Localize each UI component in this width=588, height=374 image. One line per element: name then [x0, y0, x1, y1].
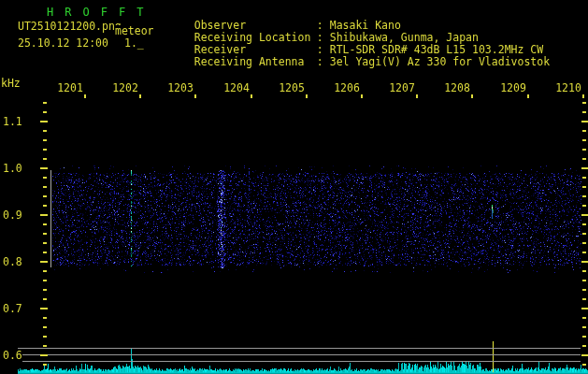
y-tick-label: 1.0 — [3, 163, 22, 175]
y-tick-minor-left — [43, 364, 47, 366]
y-tick-minor-right — [582, 270, 586, 272]
y-tick-minor-left — [43, 298, 47, 300]
y-tick-minor-right — [582, 102, 586, 104]
y-tick-minor-right — [582, 298, 586, 300]
x-tick-mark — [194, 94, 196, 98]
x-tick-label: 1205 — [278, 82, 306, 94]
minute-counter: 1._ — [124, 37, 144, 50]
reference-line — [18, 361, 581, 362]
capture-filename: UT2510121200.png — [18, 21, 122, 33]
y-tick-major-right — [581, 214, 588, 216]
x-tick-mark — [361, 94, 363, 98]
x-tick-mark — [139, 94, 141, 98]
y-tick-minor-left — [43, 252, 47, 253]
y-tick-minor-right — [582, 130, 586, 132]
reference-line — [18, 354, 581, 355]
y-tick-minor-left — [43, 186, 47, 188]
x-tick-label: 1202 — [111, 82, 139, 94]
y-tick-minor-left — [43, 130, 47, 132]
y-tick-major-left — [40, 354, 48, 356]
x-tick-label: 1204 — [222, 82, 251, 94]
y-tick-major-left — [40, 308, 48, 309]
info-value: 3el Yagi(V) Az 330 for Vladivostok — [330, 55, 550, 68]
y-tick-minor-right — [582, 186, 586, 188]
info-label: Receiving Antenna — [194, 55, 317, 68]
info-colon: : — [317, 55, 330, 68]
x-tick-mark — [527, 94, 529, 98]
y-tick-minor-left — [43, 205, 47, 207]
x-tick-label: 1209 — [499, 82, 527, 94]
y-tick-minor-left — [43, 326, 47, 328]
y-tick-label: 0.8 — [3, 256, 22, 268]
x-tick-mark — [84, 94, 86, 98]
y-tick-minor-left — [43, 336, 47, 338]
y-tick-major-right — [581, 121, 588, 122]
y-tick-minor-left — [43, 345, 47, 347]
info-row-antenna: Receiving Antenna:3el Yagi(V) Az 330 for… — [168, 42, 550, 81]
x-tick-label: 1203 — [166, 82, 194, 94]
y-tick-major-right — [581, 354, 588, 356]
y-tick-minor-left — [43, 223, 47, 225]
y-tick-minor-right — [582, 242, 586, 244]
y-tick-major-left — [40, 167, 48, 169]
y-tick-major-left — [40, 214, 48, 216]
y-tick-minor-right — [582, 149, 586, 151]
y-tick-minor-left — [43, 280, 47, 281]
y-axis-unit: kHz — [1, 78, 21, 90]
hrofft-window: H R O F F T UT2510121200.png meteor 25.1… — [0, 0, 588, 374]
y-tick-label: 0.9 — [3, 209, 22, 222]
x-tick-mark — [251, 94, 252, 98]
x-tick-label: 1201 — [56, 82, 84, 94]
app-title: H R O F F T — [47, 7, 146, 19]
x-tick-label: 1207 — [388, 82, 416, 94]
y-tick-major-right — [581, 167, 588, 169]
y-tick-major-right — [581, 308, 588, 309]
y-tick-minor-left — [43, 149, 47, 151]
y-tick-minor-right — [582, 252, 586, 253]
y-tick-minor-right — [582, 177, 586, 179]
x-tick-label: 1210 — [554, 82, 582, 94]
y-tick-minor-right — [582, 205, 586, 207]
x-tick-mark — [416, 94, 418, 98]
y-tick-minor-left — [43, 289, 47, 291]
spectrogram-left-edge-line — [50, 170, 51, 267]
y-tick-minor-right — [582, 364, 586, 366]
y-tick-minor-right — [582, 280, 586, 281]
date-time: 25.10.12 12:00 — [18, 37, 108, 50]
y-tick-major-right — [581, 261, 588, 263]
y-tick-minor-right — [582, 345, 586, 347]
y-tick-minor-left — [43, 158, 47, 160]
x-tick-label: 1206 — [333, 82, 361, 94]
reference-line — [18, 348, 581, 349]
y-tick-minor-right — [582, 233, 586, 235]
y-tick-minor-left — [43, 242, 47, 244]
y-tick-minor-left — [43, 139, 47, 141]
y-tick-label: 0.6 — [3, 350, 22, 362]
y-tick-label: 1.1 — [3, 116, 22, 128]
x-tick-mark — [306, 94, 308, 98]
y-tick-label: 0.7 — [3, 303, 22, 315]
y-tick-minor-right — [582, 111, 586, 113]
y-tick-minor-left — [43, 317, 47, 319]
y-tick-major-left — [40, 121, 48, 122]
y-tick-minor-left — [43, 111, 47, 113]
y-tick-minor-right — [582, 326, 586, 328]
y-tick-minor-right — [582, 139, 586, 141]
x-tick-label: 1208 — [443, 82, 471, 94]
y-tick-major-left — [40, 261, 48, 263]
y-tick-minor-right — [582, 317, 586, 319]
x-tick-mark — [582, 94, 584, 98]
y-tick-minor-left — [43, 270, 47, 272]
y-tick-minor-right — [582, 223, 586, 225]
x-tick-mark — [471, 94, 473, 98]
y-tick-minor-right — [582, 336, 586, 338]
y-tick-minor-left — [43, 102, 47, 104]
y-tick-minor-left — [43, 177, 47, 179]
station-label: meteor — [115, 25, 154, 37]
y-tick-minor-right — [582, 158, 586, 160]
y-tick-minor-right — [582, 195, 586, 197]
y-tick-minor-right — [582, 289, 586, 291]
y-tick-minor-left — [43, 195, 47, 197]
y-tick-minor-left — [43, 233, 47, 235]
